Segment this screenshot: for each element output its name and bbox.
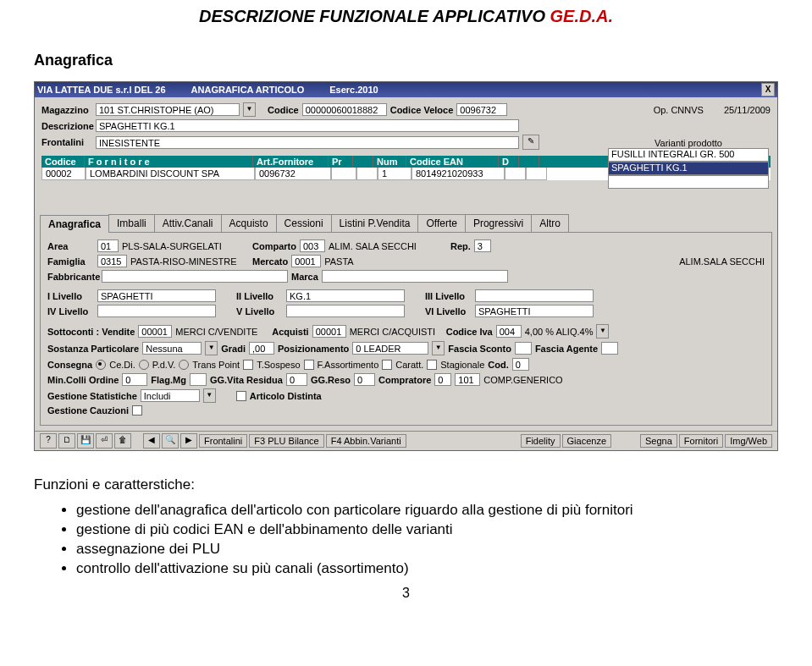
l6-field[interactable]: SPAGHETTI [475,305,594,317]
mercato-code[interactable]: 0001 [291,255,321,267]
variants-title: Varianti prodotto [608,138,769,148]
flagmg-field[interactable] [190,373,207,386]
posiz-field[interactable]: 0 LEADER [352,342,428,355]
dropdown-icon[interactable]: ▼ [243,102,256,117]
bullet-item: gestione di più codici EAN e dell'abbina… [76,521,778,538]
cell [505,168,526,180]
radio-transpoint[interactable] [179,360,189,370]
fornitori-button[interactable]: Fornitori [679,434,723,448]
cell: 00002 [41,168,86,180]
bullets-list: gestione dell'anagrafica dell'articolo c… [42,502,778,577]
codvel-field[interactable]: 0096732 [456,103,507,116]
tab-cessioni[interactable]: Cessioni [276,214,332,232]
flagmg-label: Flag.Mg [151,375,186,385]
fidelity-button[interactable]: Fidelity [521,434,561,448]
chk-tsospeso[interactable] [243,360,253,370]
fabbricante-field[interactable] [102,270,288,283]
ggvita-field[interactable]: 0 [286,373,307,386]
famiglia-code[interactable]: 0315 [97,255,127,267]
col-ean: Codice EAN [406,156,499,168]
chk-stagionale[interactable] [427,360,437,370]
radio-pdv[interactable] [139,360,149,370]
col-num: Num [373,156,406,168]
comparto-code[interactable]: 003 [300,239,325,252]
l3-field[interactable] [475,289,594,302]
tab-altro[interactable]: Altro [531,214,569,232]
area-desc: PLS-SALA-SURGELATI [122,241,249,251]
dropdown-icon[interactable]: ▼ [432,341,445,355]
tab-progressivi[interactable]: Progressivi [465,214,532,232]
mercato-label: Mercato [252,256,288,267]
front-field[interactable]: INESISTENTE [96,136,519,149]
codice-field[interactable]: 00000060018882 [302,103,387,116]
dropdown-icon[interactable]: ▼ [205,341,218,355]
f3-plu-button[interactable]: F3 PLU Bilance [249,434,323,448]
chk-artdistinta[interactable] [236,391,246,401]
col-d: D [499,156,519,168]
l4-field[interactable] [97,305,216,317]
variant-item-selected[interactable]: SPAGHETTI KG.1 [608,162,769,175]
fascia-agente-field[interactable] [601,342,618,355]
l5-field[interactable] [286,305,405,317]
variant-item[interactable]: FUSILLI INTEGRALI GR. 500 [608,148,769,162]
dropdown-icon[interactable]: ▼ [596,324,609,339]
sottoconti-v-code[interactable]: 00001 [138,325,172,338]
dropdown-icon[interactable]: ▼ [203,388,216,403]
app-window: VIA LATTEA DUE s.r.l DEL 26 ANAGRAFICA A… [34,81,778,451]
rep-code[interactable]: 3 [474,239,491,252]
cod-field[interactable]: 0 [512,358,529,371]
rep-desc: ALIM.SALA SECCHI [679,256,765,267]
sostanza-field[interactable]: Nessuna [142,342,202,355]
f4-abbin-button[interactable]: F4 Abbin.Varianti [326,434,406,448]
close-icon[interactable]: X [761,83,775,96]
title-em: GE.D.A. [550,7,613,25]
chk-stagionale-label: Stagionale [440,360,484,370]
compratore-code[interactable]: 0 [434,373,451,386]
chk-fassort[interactable] [304,360,314,370]
cell: 8014921020933 [412,168,505,180]
chk-gestcauz[interactable] [132,405,142,416]
search-icon[interactable]: 🔍 [162,433,179,449]
exit-icon[interactable]: ⏎ [96,433,113,449]
frontalini-button[interactable]: Frontalini [199,434,247,448]
cell [356,168,378,180]
radio-cedi[interactable] [96,360,106,370]
tab-anagrafica[interactable]: Anagrafica [40,215,109,233]
prev-icon[interactable]: ◀ [143,433,160,449]
acquisti-code[interactable]: 00001 [312,325,346,338]
imgweb-button[interactable]: Img/Web [725,434,772,448]
fascia-sconto-field[interactable] [515,342,532,355]
l1-field[interactable]: SPAGHETTI [97,289,216,302]
marca-field[interactable] [322,270,508,283]
compratore-code2[interactable]: 101 [455,373,480,386]
gradi-field[interactable]: ,00 [249,342,274,355]
iva-code[interactable]: 004 [496,325,522,338]
next-icon[interactable]: ▶ [180,433,197,449]
mincolli-field[interactable]: 0 [122,373,147,386]
giacenze-button[interactable]: Giacenze [562,434,611,448]
segna-button[interactable]: Segna [640,434,677,448]
geststat-label: Gestione Statistiche [47,391,137,401]
save-icon[interactable]: 💾 [77,433,94,449]
tab-listini[interactable]: Listini P.Vendita [331,214,419,232]
l2-field[interactable]: KG.1 [286,289,405,302]
magazzino-field[interactable]: 101 ST.CHRISTOPHE (AO) [96,103,240,116]
descr-field[interactable]: SPAGHETTI KG.1 [96,119,519,132]
ggreso-field[interactable]: 0 [354,373,375,386]
titlebar: VIA LATTEA DUE s.r.l DEL 26 ANAGRAFICA A… [35,82,777,97]
cod-label: Cod. [488,360,508,370]
tab-attiv[interactable]: Attiv.Canali [154,214,222,232]
edit-icon[interactable]: ✎ [522,135,539,150]
area-code[interactable]: 01 [97,239,119,252]
help-icon[interactable]: ? [40,433,57,449]
doc-icon[interactable]: 🗋 [58,433,75,449]
tab-imballi[interactable]: Imballi [108,214,155,232]
chk-caratt[interactable] [382,360,392,370]
delete-icon[interactable]: 🗑 [114,433,131,449]
col-pr: Pr [329,156,353,168]
compratore-desc: COMP.GENERICO [483,375,562,385]
tab-acquisto[interactable]: Acquisto [221,214,277,232]
tab-offerte[interactable]: Offerte [417,214,465,232]
geststat-field[interactable]: Includi [141,389,200,402]
iva-desc: 4,00 % ALIQ.4% [525,327,594,337]
